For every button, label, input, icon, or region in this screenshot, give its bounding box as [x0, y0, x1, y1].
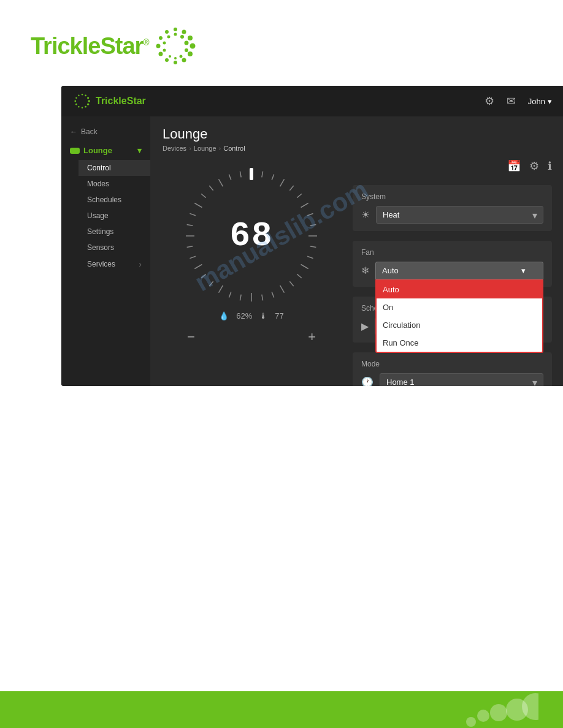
svg-line-66 — [201, 194, 206, 197]
dial-controls: − + — [181, 327, 322, 347]
svg-line-59 — [194, 265, 202, 269]
nav-right: ⚙ ✉ John ▾ — [484, 94, 552, 108]
svg-point-24 — [85, 94, 86, 96]
breadcrumb-lounge[interactable]: Lounge — [194, 145, 216, 152]
user-dropdown-arrow: ▾ — [548, 97, 552, 106]
system-select[interactable]: Heat Cool Auto Off — [376, 206, 543, 224]
fan-option-circulation[interactable]: Circulation — [377, 316, 542, 334]
svg-point-13 — [174, 33, 177, 36]
fan-chevron-icon: ▾ — [521, 266, 526, 275]
svg-point-20 — [163, 49, 166, 52]
system-label: System — [361, 192, 543, 201]
fan-option-on[interactable]: On — [377, 298, 542, 316]
system-select-wrapper: Heat Cool Auto Off — [376, 206, 543, 224]
svg-line-51 — [272, 292, 274, 297]
svg-point-5 — [188, 51, 193, 56]
usage-label: Usage — [87, 211, 109, 220]
logo-text: TrickleStar® — [31, 33, 149, 59]
svg-point-73 — [477, 710, 489, 722]
svg-line-49 — [289, 281, 293, 286]
svg-point-27 — [87, 104, 89, 105]
mode-label: Mode — [361, 360, 543, 368]
svg-point-26 — [88, 100, 90, 102]
svg-line-43 — [310, 224, 316, 226]
svg-line-41 — [301, 203, 308, 208]
sidebar: ← Back Lounge ▾ Control Modes — [61, 116, 150, 386]
settings-label: Settings — [87, 227, 113, 236]
services-label: Services — [87, 260, 115, 268]
settings-icon[interactable]: ⚙ — [529, 159, 539, 173]
sidebar-item-services[interactable]: Services › — [79, 256, 150, 273]
sidebar-item-settings[interactable]: Settings — [79, 224, 150, 240]
app-container: TrickleStar ⚙ ✉ John ▾ ← Back — [31, 86, 532, 386]
sidebar-item-usage[interactable]: Usage — [79, 208, 150, 224]
system-row: ☀ Heat Cool Auto Off — [361, 206, 543, 224]
svg-point-21 — [163, 42, 166, 45]
schedules-label: Schedules — [87, 195, 121, 204]
svg-point-12 — [165, 30, 169, 34]
svg-point-16 — [185, 48, 188, 52]
schedule-play-icon: ▶ — [361, 320, 369, 332]
mail-icon[interactable]: ✉ — [507, 94, 516, 108]
fan-option-auto[interactable]: Auto — [377, 281, 542, 298]
sidebar-item-sensors[interactable]: Sensors — [79, 240, 150, 256]
breadcrumb-control: Control — [223, 145, 245, 152]
svg-line-69 — [229, 174, 231, 180]
content-body: 68 💧 62% 🌡 77 − + — [163, 159, 552, 386]
info-icon[interactable]: ℹ — [548, 159, 552, 173]
fan-selected-value: Auto — [382, 266, 399, 275]
svg-line-38 — [280, 179, 285, 186]
sidebar-item-modes[interactable]: Modes — [79, 176, 150, 192]
svg-point-31 — [75, 104, 77, 105]
mode-section: Mode 🕐 Home 1 Away Sleep Vacation — [353, 352, 552, 386]
back-button[interactable]: ← Back — [61, 123, 150, 141]
gear-icon[interactable]: ⚙ — [484, 94, 494, 108]
fan-row: ❄ Auto ▾ Auto On Circulati — [361, 262, 543, 279]
svg-line-57 — [209, 281, 213, 286]
svg-point-4 — [190, 44, 195, 49]
svg-point-30 — [78, 106, 79, 107]
sidebar-item-control[interactable]: Control — [79, 160, 150, 176]
temperature-display: 68 — [229, 216, 273, 256]
logo-registered: ® — [143, 37, 148, 47]
calendar-icon[interactable]: 📅 — [507, 159, 521, 173]
svg-point-14 — [180, 35, 184, 39]
fan-option-run-once[interactable]: Run Once — [377, 334, 542, 352]
back-label: Back — [81, 127, 98, 136]
svg-line-40 — [297, 194, 302, 197]
svg-point-34 — [78, 95, 79, 96]
temp-decrease-button[interactable]: − — [181, 327, 201, 347]
svg-point-23 — [82, 94, 83, 95]
mode-select-wrapper: Home 1 Away Sleep Vacation — [380, 373, 543, 386]
sidebar-item-schedules[interactable]: Schedules — [79, 192, 150, 208]
svg-point-17 — [179, 55, 182, 58]
svg-line-46 — [307, 256, 313, 258]
svg-point-25 — [87, 97, 89, 99]
screenshot: TrickleStar ⚙ ✉ John ▾ ← Back — [61, 86, 563, 386]
breadcrumb-sep1: › — [189, 145, 191, 152]
fan-dropdown-list: Auto On Circulation Run Once — [375, 279, 543, 353]
svg-line-70 — [240, 172, 241, 178]
svg-line-36 — [262, 172, 263, 178]
svg-line-67 — [209, 186, 213, 191]
sun-icon: ☀ — [361, 209, 370, 221]
fan-section: Fan ❄ Auto ▾ Auto — [353, 241, 552, 287]
breadcrumb-devices[interactable]: Devices — [163, 145, 186, 152]
header: TrickleStar® — [0, 0, 563, 86]
logo-part2: Star — [100, 33, 143, 59]
logo-part1: Trickle — [31, 33, 100, 59]
fan-label: Fan — [361, 248, 543, 257]
user-menu[interactable]: John ▾ — [528, 97, 552, 106]
svg-point-15 — [184, 41, 188, 45]
dial-container: 68 — [181, 165, 322, 306]
back-arrow-icon: ← — [70, 127, 77, 136]
dial-info: 💧 62% 🌡 77 — [219, 311, 284, 320]
mode-select[interactable]: Home 1 Away Sleep Vacation — [380, 373, 543, 386]
temp-increase-button[interactable]: + — [302, 327, 322, 347]
sidebar-item-lounge[interactable]: Lounge ▾ — [61, 141, 150, 160]
fan-icon: ❄ — [361, 265, 369, 276]
svg-rect-71 — [250, 168, 253, 180]
svg-line-58 — [201, 274, 206, 278]
fan-select-display[interactable]: Auto ▾ — [375, 262, 543, 279]
control-label: Control — [87, 164, 111, 172]
